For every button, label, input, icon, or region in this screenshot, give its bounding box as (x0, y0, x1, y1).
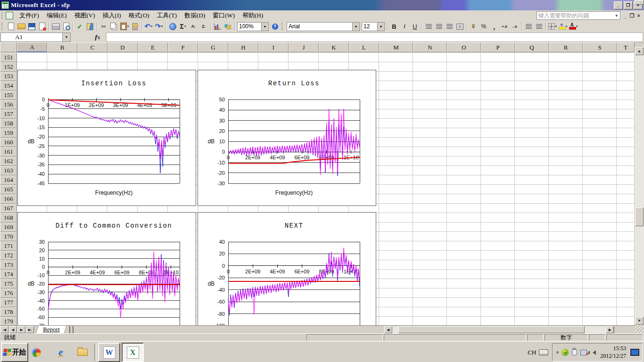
standard-toolbar-grip[interactable] (1, 23, 4, 30)
column-header-B[interactable]: B (47, 42, 77, 52)
sort-asc-icon[interactable]: A↓ (189, 22, 198, 31)
row-header-170[interactable]: 170 (0, 232, 17, 241)
row-header-169[interactable]: 169 (0, 222, 17, 232)
taskbar-excel-button[interactable]: X (122, 343, 144, 362)
internet-explorer-icon[interactable]: e (53, 344, 69, 361)
chart-next[interactable]: 40200-20-40-60-80-10002E+094E+096E+098E+… (198, 212, 376, 325)
doc-minimize-button[interactable]: _ (624, 13, 627, 19)
vertical-scroll-thumb[interactable] (635, 207, 644, 226)
italic-icon[interactable]: I (400, 22, 409, 31)
scroll-left-button[interactable]: ◀ (384, 326, 392, 333)
chart-return-loss[interactable]: 50403020100-10-20-3002E+094E+096E+098E+0… (198, 70, 376, 206)
chart-diff-to-common-conversion[interactable]: 3020100-10-20-30-40-50-60-7002E+094E+096… (17, 212, 196, 325)
decrease-indent-icon[interactable] (524, 22, 533, 31)
formula-input[interactable] (106, 33, 643, 42)
horizontal-scroll-track[interactable] (392, 326, 606, 333)
row-header-152[interactable]: 152 (0, 62, 17, 72)
increase-decimal-icon[interactable]: +.0 (500, 22, 509, 31)
zoom-combo-arrow[interactable]: ▼ (261, 23, 268, 31)
row-header-168[interactable]: 168 (0, 213, 17, 222)
row-header-166[interactable]: 166 (0, 194, 17, 204)
column-header-Q[interactable]: Q (515, 42, 549, 52)
insert-function-button[interactable]: fx (92, 33, 103, 41)
horizontal-scroll-thumb[interactable] (398, 326, 585, 333)
underline-icon[interactable]: U (410, 22, 420, 31)
scroll-down-button[interactable]: ▼ (635, 317, 644, 325)
keyboard-icon[interactable] (539, 349, 548, 355)
vertical-scrollbar[interactable]: ▲ ▼ (635, 47, 644, 325)
column-header-T[interactable]: T (617, 42, 635, 52)
column-header-P[interactable]: P (481, 42, 515, 52)
merge-center-icon[interactable] (455, 22, 464, 31)
tray-plug-icon[interactable] (572, 349, 577, 355)
row-header-178[interactable]: 178 (0, 307, 17, 317)
scroll-right-button[interactable]: ▶ (606, 326, 614, 333)
row-header-177[interactable]: 177 (0, 298, 17, 307)
chart-wizard-icon[interactable] (213, 22, 222, 31)
sort-desc-icon[interactable]: Z↓ (199, 22, 208, 31)
column-header-K[interactable]: K (319, 42, 349, 52)
menubar-grip[interactable] (1, 12, 4, 19)
menu-item-2[interactable]: 视图(V) (71, 10, 99, 21)
help-icon[interactable]: ? (270, 22, 280, 31)
format-painter-icon[interactable] (130, 22, 140, 31)
row-header-161[interactable]: 161 (0, 147, 17, 156)
print-preview-icon[interactable] (61, 22, 71, 31)
size-combo[interactable]: 12▼ (362, 22, 385, 31)
column-header-L[interactable]: L (349, 42, 379, 52)
column-header-A[interactable]: A (17, 42, 47, 52)
start-button[interactable]: 开始 (1, 343, 28, 362)
row-header-172[interactable]: 172 (0, 251, 17, 260)
tray-clock[interactable]: 15:53 2012/12/27 (599, 345, 627, 360)
select-all-corner[interactable] (0, 42, 17, 52)
row-header-179[interactable]: 179 (0, 317, 17, 325)
horizontal-scrollbar[interactable]: ◀ ▶ (384, 326, 635, 333)
column-header-O[interactable]: O (447, 42, 481, 52)
row-header-156[interactable]: 156 (0, 100, 17, 109)
align-left-icon[interactable] (424, 22, 433, 31)
decrease-decimal-icon[interactable]: -.0 (510, 22, 520, 31)
scroll-up-button[interactable]: ▲ (635, 47, 644, 55)
chart-insertion-loss[interactable]: 0-5-10-15-20-25-30-35-40-4501E+092E+093E… (17, 70, 196, 206)
column-header-R[interactable]: R (549, 42, 583, 52)
row-header-162[interactable]: 162 (0, 156, 17, 166)
menu-item-4[interactable]: 格式(O) (125, 10, 153, 21)
zoom-combo[interactable]: 100%▼ (237, 22, 269, 31)
column-header-N[interactable]: N (413, 42, 447, 52)
size-combo-arrow[interactable]: ▼ (377, 23, 384, 31)
align-center-icon[interactable] (434, 22, 444, 31)
bold-icon[interactable]: B (389, 22, 399, 31)
comma-icon[interactable]: , (489, 22, 499, 31)
research-icon[interactable] (85, 22, 95, 31)
tray-display-icon[interactable] (630, 349, 639, 356)
row-header-160[interactable]: 160 (0, 138, 17, 147)
help-question-box[interactable]: 键入需要帮助的问题 ▼ (537, 11, 620, 20)
column-header-I[interactable]: I (258, 42, 289, 52)
new-icon[interactable] (6, 22, 16, 31)
font-color-icon[interactable]: ▾ (569, 22, 578, 31)
doc-close-button[interactable]: × (637, 13, 640, 19)
tab-last-button[interactable]: ▶| (26, 326, 34, 333)
row-header-159[interactable]: 159 (0, 128, 17, 138)
row-header-151[interactable]: 151 (0, 53, 17, 62)
vertical-split-handle[interactable] (635, 0, 644, 5)
name-box[interactable]: A1 (0, 33, 62, 42)
menu-item-3[interactable]: 插入(I) (99, 10, 125, 21)
percent-icon[interactable]: % (479, 22, 488, 31)
sheet-tab-report[interactable]: Report (35, 326, 67, 334)
column-header-G[interactable]: G (198, 42, 228, 52)
redo-icon[interactable]: ↷▾ (154, 22, 164, 31)
save-icon[interactable] (27, 22, 36, 31)
menu-item-7[interactable]: 窗口(W) (209, 10, 239, 21)
name-box-dropdown[interactable]: ▼ (62, 33, 71, 42)
tab-next-button[interactable]: ▶ (17, 326, 25, 333)
quick-launch-orb-icon[interactable] (28, 344, 44, 361)
drawing-icon[interactable] (223, 22, 232, 31)
tab-first-button[interactable]: |◀ (0, 326, 8, 333)
align-right-icon[interactable] (445, 22, 454, 31)
copy-icon[interactable] (109, 22, 119, 31)
font-combo[interactable]: Arial▼ (287, 22, 360, 31)
cut-icon[interactable]: ✂ (99, 22, 108, 31)
window-minimize-button[interactable]: _ (614, 1, 623, 9)
permission-icon[interactable] (37, 22, 47, 31)
